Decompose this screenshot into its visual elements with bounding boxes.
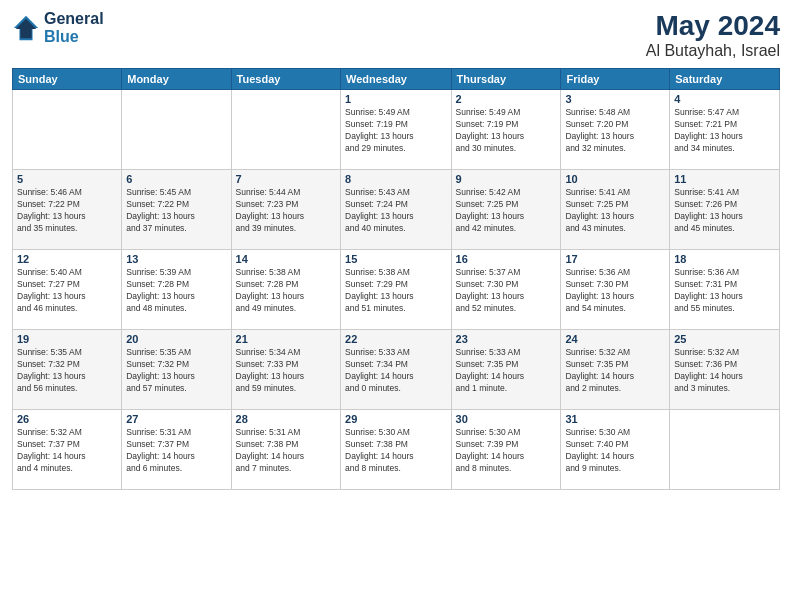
day-number: 2 — [456, 93, 557, 105]
day-number: 29 — [345, 413, 447, 425]
logo-icon — [12, 14, 40, 42]
cell-w2-d7: 11Sunrise: 5:41 AM Sunset: 7:26 PM Dayli… — [670, 170, 780, 250]
day-info: Sunrise: 5:41 AM Sunset: 7:26 PM Dayligh… — [674, 187, 775, 235]
day-number: 22 — [345, 333, 447, 345]
cell-w4-d4: 22Sunrise: 5:33 AM Sunset: 7:34 PM Dayli… — [341, 330, 452, 410]
day-info: Sunrise: 5:30 AM Sunset: 7:40 PM Dayligh… — [565, 427, 665, 475]
day-info: Sunrise: 5:30 AM Sunset: 7:39 PM Dayligh… — [456, 427, 557, 475]
cell-w2-d5: 9Sunrise: 5:42 AM Sunset: 7:25 PM Daylig… — [451, 170, 561, 250]
day-number: 16 — [456, 253, 557, 265]
day-info: Sunrise: 5:36 AM Sunset: 7:31 PM Dayligh… — [674, 267, 775, 315]
cell-w4-d3: 21Sunrise: 5:34 AM Sunset: 7:33 PM Dayli… — [231, 330, 340, 410]
week-row-4: 19Sunrise: 5:35 AM Sunset: 7:32 PM Dayli… — [13, 330, 780, 410]
day-info: Sunrise: 5:40 AM Sunset: 7:27 PM Dayligh… — [17, 267, 117, 315]
cell-w1-d4: 1Sunrise: 5:49 AM Sunset: 7:19 PM Daylig… — [341, 90, 452, 170]
cell-w4-d7: 25Sunrise: 5:32 AM Sunset: 7:36 PM Dayli… — [670, 330, 780, 410]
day-number: 11 — [674, 173, 775, 185]
cell-w1-d5: 2Sunrise: 5:49 AM Sunset: 7:19 PM Daylig… — [451, 90, 561, 170]
col-thursday: Thursday — [451, 69, 561, 90]
cell-w2-d2: 6Sunrise: 5:45 AM Sunset: 7:22 PM Daylig… — [122, 170, 231, 250]
day-info: Sunrise: 5:34 AM Sunset: 7:33 PM Dayligh… — [236, 347, 336, 395]
day-info: Sunrise: 5:48 AM Sunset: 7:20 PM Dayligh… — [565, 107, 665, 155]
day-info: Sunrise: 5:49 AM Sunset: 7:19 PM Dayligh… — [345, 107, 447, 155]
day-info: Sunrise: 5:41 AM Sunset: 7:25 PM Dayligh… — [565, 187, 665, 235]
cell-w5-d6: 31Sunrise: 5:30 AM Sunset: 7:40 PM Dayli… — [561, 410, 670, 490]
cell-w2-d4: 8Sunrise: 5:43 AM Sunset: 7:24 PM Daylig… — [341, 170, 452, 250]
col-friday: Friday — [561, 69, 670, 90]
day-number: 13 — [126, 253, 226, 265]
cell-w4-d1: 19Sunrise: 5:35 AM Sunset: 7:32 PM Dayli… — [13, 330, 122, 410]
day-number: 14 — [236, 253, 336, 265]
day-number: 28 — [236, 413, 336, 425]
day-number: 15 — [345, 253, 447, 265]
day-info: Sunrise: 5:42 AM Sunset: 7:25 PM Dayligh… — [456, 187, 557, 235]
day-number: 17 — [565, 253, 665, 265]
day-number: 9 — [456, 173, 557, 185]
day-info: Sunrise: 5:46 AM Sunset: 7:22 PM Dayligh… — [17, 187, 117, 235]
cell-w5-d2: 27Sunrise: 5:31 AM Sunset: 7:37 PM Dayli… — [122, 410, 231, 490]
day-number: 1 — [345, 93, 447, 105]
day-info: Sunrise: 5:31 AM Sunset: 7:38 PM Dayligh… — [236, 427, 336, 475]
cell-w1-d6: 3Sunrise: 5:48 AM Sunset: 7:20 PM Daylig… — [561, 90, 670, 170]
day-info: Sunrise: 5:35 AM Sunset: 7:32 PM Dayligh… — [17, 347, 117, 395]
day-info: Sunrise: 5:35 AM Sunset: 7:32 PM Dayligh… — [126, 347, 226, 395]
day-number: 18 — [674, 253, 775, 265]
calendar-header-row: Sunday Monday Tuesday Wednesday Thursday… — [13, 69, 780, 90]
col-wednesday: Wednesday — [341, 69, 452, 90]
location-title: Al Butayhah, Israel — [646, 42, 780, 60]
day-info: Sunrise: 5:38 AM Sunset: 7:28 PM Dayligh… — [236, 267, 336, 315]
day-info: Sunrise: 5:49 AM Sunset: 7:19 PM Dayligh… — [456, 107, 557, 155]
cell-w2-d1: 5Sunrise: 5:46 AM Sunset: 7:22 PM Daylig… — [13, 170, 122, 250]
day-number: 19 — [17, 333, 117, 345]
cell-w1-d7: 4Sunrise: 5:47 AM Sunset: 7:21 PM Daylig… — [670, 90, 780, 170]
day-number: 21 — [236, 333, 336, 345]
calendar-container: General Blue May 2024 Al Butayhah, Israe… — [0, 0, 792, 612]
day-info: Sunrise: 5:31 AM Sunset: 7:37 PM Dayligh… — [126, 427, 226, 475]
day-info: Sunrise: 5:32 AM Sunset: 7:35 PM Dayligh… — [565, 347, 665, 395]
cell-w3-d6: 17Sunrise: 5:36 AM Sunset: 7:30 PM Dayli… — [561, 250, 670, 330]
day-info: Sunrise: 5:32 AM Sunset: 7:37 PM Dayligh… — [17, 427, 117, 475]
cell-w5-d3: 28Sunrise: 5:31 AM Sunset: 7:38 PM Dayli… — [231, 410, 340, 490]
day-info: Sunrise: 5:30 AM Sunset: 7:38 PM Dayligh… — [345, 427, 447, 475]
logo-text: General Blue — [44, 10, 104, 46]
day-info: Sunrise: 5:38 AM Sunset: 7:29 PM Dayligh… — [345, 267, 447, 315]
day-number: 31 — [565, 413, 665, 425]
day-number: 5 — [17, 173, 117, 185]
day-info: Sunrise: 5:44 AM Sunset: 7:23 PM Dayligh… — [236, 187, 336, 235]
week-row-5: 26Sunrise: 5:32 AM Sunset: 7:37 PM Dayli… — [13, 410, 780, 490]
day-number: 10 — [565, 173, 665, 185]
day-number: 30 — [456, 413, 557, 425]
week-row-1: 1Sunrise: 5:49 AM Sunset: 7:19 PM Daylig… — [13, 90, 780, 170]
cell-w3-d4: 15Sunrise: 5:38 AM Sunset: 7:29 PM Dayli… — [341, 250, 452, 330]
cell-w4-d2: 20Sunrise: 5:35 AM Sunset: 7:32 PM Dayli… — [122, 330, 231, 410]
svg-marker-1 — [16, 19, 37, 39]
calendar-table: Sunday Monday Tuesday Wednesday Thursday… — [12, 68, 780, 490]
day-info: Sunrise: 5:47 AM Sunset: 7:21 PM Dayligh… — [674, 107, 775, 155]
day-number: 3 — [565, 93, 665, 105]
logo: General Blue — [12, 10, 104, 46]
col-saturday: Saturday — [670, 69, 780, 90]
cell-w2-d3: 7Sunrise: 5:44 AM Sunset: 7:23 PM Daylig… — [231, 170, 340, 250]
day-number: 4 — [674, 93, 775, 105]
cell-w4-d5: 23Sunrise: 5:33 AM Sunset: 7:35 PM Dayli… — [451, 330, 561, 410]
col-monday: Monday — [122, 69, 231, 90]
cell-w5-d7 — [670, 410, 780, 490]
day-number: 7 — [236, 173, 336, 185]
cell-w1-d2 — [122, 90, 231, 170]
day-info: Sunrise: 5:33 AM Sunset: 7:34 PM Dayligh… — [345, 347, 447, 395]
day-number: 24 — [565, 333, 665, 345]
col-tuesday: Tuesday — [231, 69, 340, 90]
month-title: May 2024 — [646, 10, 780, 42]
day-number: 23 — [456, 333, 557, 345]
day-info: Sunrise: 5:43 AM Sunset: 7:24 PM Dayligh… — [345, 187, 447, 235]
title-block: May 2024 Al Butayhah, Israel — [646, 10, 780, 60]
cell-w5-d1: 26Sunrise: 5:32 AM Sunset: 7:37 PM Dayli… — [13, 410, 122, 490]
cell-w3-d2: 13Sunrise: 5:39 AM Sunset: 7:28 PM Dayli… — [122, 250, 231, 330]
day-info: Sunrise: 5:37 AM Sunset: 7:30 PM Dayligh… — [456, 267, 557, 315]
cell-w2-d6: 10Sunrise: 5:41 AM Sunset: 7:25 PM Dayli… — [561, 170, 670, 250]
cell-w1-d3 — [231, 90, 340, 170]
cell-w4-d6: 24Sunrise: 5:32 AM Sunset: 7:35 PM Dayli… — [561, 330, 670, 410]
week-row-3: 12Sunrise: 5:40 AM Sunset: 7:27 PM Dayli… — [13, 250, 780, 330]
day-number: 20 — [126, 333, 226, 345]
day-info: Sunrise: 5:45 AM Sunset: 7:22 PM Dayligh… — [126, 187, 226, 235]
